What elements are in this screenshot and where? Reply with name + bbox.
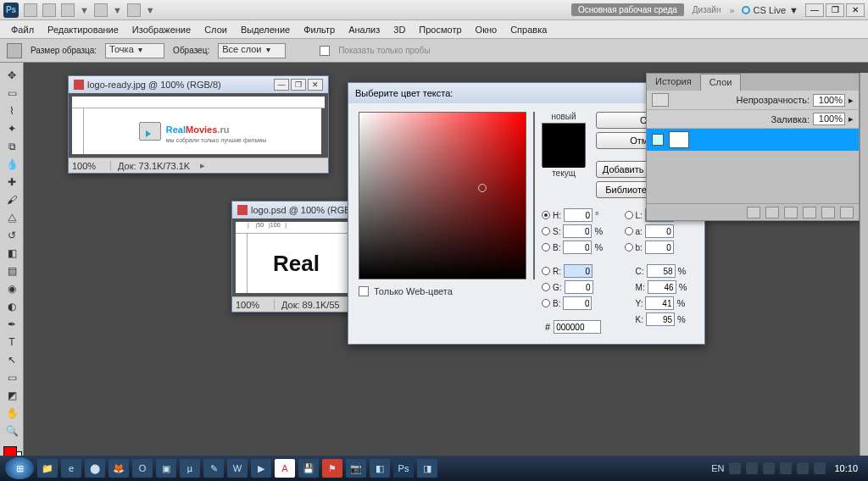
- visibility-icon[interactable]: [652, 134, 664, 146]
- s-input[interactable]: [563, 224, 592, 238]
- workspace-button[interactable]: Основная рабочая среда: [571, 3, 684, 16]
- menu-window[interactable]: Окно: [470, 23, 504, 36]
- tray-icon[interactable]: [729, 462, 741, 474]
- crop-tool[interactable]: ⧉: [2, 138, 22, 155]
- a-input[interactable]: [645, 224, 674, 238]
- doc1-canvas[interactable]: RealMovies.ru мы собрали только лучшие ф…: [84, 108, 321, 154]
- bar-icon[interactable]: [61, 3, 75, 17]
- hex-input[interactable]: [554, 320, 601, 334]
- minimize-button[interactable]: —: [805, 3, 824, 17]
- layer-item[interactable]: [647, 129, 859, 151]
- language-indicator[interactable]: EN: [711, 463, 724, 473]
- tray-icon[interactable]: [746, 462, 758, 474]
- r-input[interactable]: [564, 264, 593, 278]
- taskbar-icon[interactable]: 💾: [298, 459, 319, 478]
- layers-panel[interactable]: История Слои Непрозрачность: 100%▸ Залив…: [646, 73, 860, 221]
- menu-help[interactable]: Справка: [504, 23, 553, 36]
- web-only-checkbox[interactable]: [359, 286, 369, 296]
- marquee-tool[interactable]: ▭: [2, 85, 22, 102]
- tab-history[interactable]: История: [647, 74, 700, 91]
- hue-slider[interactable]: [533, 112, 535, 279]
- color-field[interactable]: [359, 112, 526, 279]
- bar-icon[interactable]: [127, 3, 141, 17]
- bv-input[interactable]: [563, 240, 592, 254]
- taskbar-icon[interactable]: O: [132, 459, 153, 478]
- y-input[interactable]: [645, 296, 674, 310]
- b-input[interactable]: [563, 296, 592, 310]
- taskbar-icon[interactable]: ⚑: [322, 459, 342, 478]
- maximize-button[interactable]: ❐: [826, 3, 844, 17]
- system-tray[interactable]: EN: [711, 462, 826, 474]
- doc-close-button[interactable]: ✕: [308, 79, 323, 91]
- healing-tool[interactable]: ✚: [2, 174, 22, 191]
- fx-icon[interactable]: [765, 207, 779, 218]
- s-radio[interactable]: [542, 227, 550, 235]
- blend-mode-select[interactable]: [652, 93, 669, 107]
- taskbar-icon[interactable]: ◧: [370, 459, 390, 478]
- r-radio[interactable]: [542, 267, 550, 275]
- taskbar-icon[interactable]: ▣: [156, 459, 176, 478]
- taskbar-icon[interactable]: e: [61, 459, 81, 478]
- wand-tool[interactable]: ✦: [2, 120, 22, 137]
- menu-image[interactable]: Изображение: [126, 23, 197, 36]
- tray-icon[interactable]: [763, 462, 775, 474]
- lab-b-radio[interactable]: [625, 243, 633, 252]
- hand-tool[interactable]: ✋: [2, 405, 22, 422]
- clock[interactable]: 10:10: [829, 463, 863, 473]
- menu-select[interactable]: Выделение: [235, 23, 296, 36]
- fill-input[interactable]: 100%: [813, 113, 845, 125]
- start-button[interactable]: ⊞: [5, 457, 34, 479]
- taskbar-icon[interactable]: A: [275, 459, 295, 478]
- stamp-tool[interactable]: ⧋: [2, 209, 22, 226]
- new-layer-icon[interactable]: [821, 207, 835, 218]
- doc-min-button[interactable]: —: [274, 79, 289, 91]
- l-radio[interactable]: [625, 211, 633, 219]
- history-brush-tool[interactable]: ↺: [2, 227, 22, 244]
- g-radio[interactable]: [542, 283, 550, 291]
- tray-icon[interactable]: [780, 462, 792, 474]
- gradient-tool[interactable]: ▤: [2, 263, 22, 279]
- b-radio[interactable]: [542, 299, 550, 307]
- sample-size-select[interactable]: Точка ▾: [105, 43, 164, 58]
- dodge-tool[interactable]: ◐: [2, 298, 22, 315]
- cslive-button[interactable]: CS Live▼: [742, 5, 798, 15]
- menu-edit[interactable]: Редактирование: [42, 23, 125, 36]
- taskbar-icon[interactable]: 📁: [37, 459, 58, 478]
- lasso-tool[interactable]: ⌇: [2, 102, 22, 119]
- link-icon[interactable]: [747, 207, 760, 218]
- k-input[interactable]: [646, 312, 675, 326]
- path-tool[interactable]: ↖: [2, 351, 22, 368]
- bar-icon[interactable]: [42, 3, 56, 17]
- eraser-tool[interactable]: ◧: [2, 245, 22, 262]
- taskbar-icon[interactable]: ▶: [251, 459, 271, 478]
- design-label[interactable]: Дизайн: [693, 5, 721, 14]
- g-input[interactable]: [565, 280, 593, 294]
- tool-preset-icon[interactable]: [7, 43, 22, 58]
- taskbar-icon[interactable]: ◨: [417, 459, 437, 478]
- sample-select[interactable]: Все слои ▾: [218, 43, 286, 58]
- taskbar-icon[interactable]: 🦊: [108, 459, 129, 478]
- doc1-zoom[interactable]: 100%: [69, 161, 111, 171]
- menu-analysis[interactable]: Анализ: [342, 23, 386, 36]
- c-input[interactable]: [647, 264, 676, 278]
- show-sample-checkbox[interactable]: [320, 46, 330, 56]
- tray-icon[interactable]: [797, 462, 809, 474]
- lab-b-input[interactable]: [645, 240, 674, 254]
- color-marker[interactable]: [478, 184, 487, 192]
- a-radio[interactable]: [625, 227, 633, 235]
- text-layer[interactable]: Real: [273, 251, 320, 277]
- taskbar-icon[interactable]: W: [227, 459, 248, 478]
- menu-layers[interactable]: Слои: [198, 23, 233, 36]
- taskbar-photoshop[interactable]: Ps: [393, 459, 414, 478]
- shape-tool[interactable]: ▭: [2, 369, 22, 386]
- bar-icon[interactable]: [94, 3, 108, 17]
- dock-strip[interactable]: [860, 73, 868, 462]
- taskbar-icon[interactable]: ⬤: [85, 459, 105, 478]
- menu-view[interactable]: Просмотр: [413, 23, 467, 36]
- document-window-1[interactable]: logo-ready.jpg @ 100% (RGB/8) — ❐ ✕ Real…: [68, 75, 329, 174]
- folder-icon[interactable]: [803, 207, 816, 218]
- m-input[interactable]: [648, 280, 676, 294]
- h-radio[interactable]: [542, 211, 550, 219]
- zoom-tool[interactable]: 🔍: [2, 423, 22, 440]
- blur-tool[interactable]: ◉: [2, 280, 22, 297]
